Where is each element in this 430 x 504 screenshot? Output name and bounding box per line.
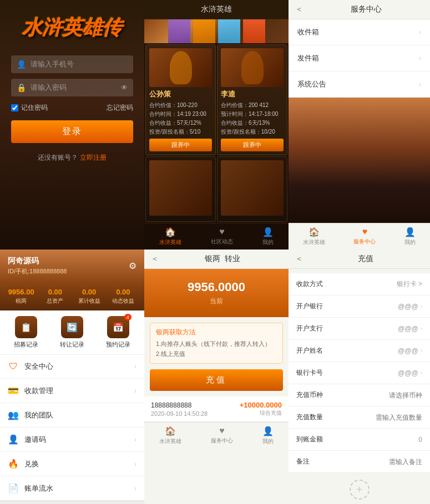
- password-input[interactable]: [31, 83, 117, 91]
- personal-bottom-nav: 🏠 水浒英雄 ♥ 服务中心 👤 我的: [0, 501, 144, 504]
- service-item-outbox[interactable]: 发件箱 ›: [289, 45, 430, 72]
- form-row-branch[interactable]: 开户支行 @@@ ›: [289, 318, 430, 340]
- menu-invite[interactable]: 👤 邀请码 ›: [0, 427, 144, 452]
- service-item-announcement[interactable]: 系统公告 ›: [289, 72, 430, 98]
- gear-button[interactable]: ⚙: [129, 261, 136, 271]
- bank-service-icon: ♥: [219, 426, 225, 436]
- game-nav-profile[interactable]: 👤 我的: [262, 227, 274, 246]
- form-label-name: 开户姓名: [296, 346, 323, 355]
- menu-team[interactable]: 👥 我的团队: [0, 403, 144, 427]
- game-nav-community[interactable]: ♥ 社区动态: [211, 227, 233, 246]
- bank-amount: 9956.0000: [155, 280, 277, 294]
- action-recruit[interactable]: 📋 招募记录: [6, 316, 47, 349]
- heart-icon: ♥: [219, 227, 225, 237]
- bank-panel: ＜ 银两 转业 9956.0000 当前 银两获取方法 1.向推存人账头（线下付…: [144, 250, 289, 504]
- personal-menu: 🛡 安全中心 › 💳 收款管理 › 👥 我的团队 👤 邀请码 › 🔥 兑换 › …: [0, 355, 144, 501]
- service-header-title: 服务中心: [308, 4, 423, 14]
- menu-security[interactable]: 🛡 安全中心 ›: [0, 355, 144, 379]
- personal-panel: 阿奇源码 ID/手机:18888888888 ⚙ 9956.00 税两 0.00…: [0, 250, 144, 504]
- payment-icon: 💳: [8, 385, 19, 396]
- user-icon: 👤: [17, 60, 26, 69]
- stat-label-1: 总资产: [39, 297, 70, 305]
- register-link[interactable]: 立即注册: [80, 154, 107, 161]
- phone-input-wrap: 👤: [11, 55, 133, 73]
- form-label-arrival: 到账金额: [296, 435, 323, 444]
- form-value-name: @@@ ›: [398, 347, 422, 355]
- security-label: 安全中心: [24, 362, 129, 371]
- recharge-panel: ＜ 充值 收款方式 银行卡 > 开户银行 @@@ › 开户支行 @@@ › 开户…: [289, 250, 430, 504]
- service-nav-home[interactable]: 🏠 水浒英雄: [303, 227, 325, 246]
- game-nav-home[interactable]: 🏠 水浒英雄: [159, 227, 181, 246]
- tx-info-0: 18888888888 2020-09-10 14:50:28: [151, 401, 208, 417]
- hero-btn-1[interactable]: 跟养中: [221, 139, 284, 151]
- service-announcement-label: 系统公告: [297, 79, 326, 89]
- action-transfer[interactable]: 🔄 转让记录: [52, 316, 93, 349]
- menu-bill[interactable]: 📄 账单流水 ›: [0, 476, 144, 501]
- form-row-payment[interactable]: 收款方式 银行卡 >: [289, 273, 430, 296]
- bank-nav-service[interactable]: ♥ 服务中心: [211, 426, 233, 445]
- stat-label-2: 累计收益: [74, 297, 105, 305]
- character-4: [243, 19, 265, 43]
- eye-icon[interactable]: 👁: [121, 84, 128, 91]
- service-item-inbox[interactable]: 收件箱 ›: [289, 19, 430, 45]
- remember-checkbox[interactable]: [11, 104, 18, 111]
- password-input-wrap: 🔒 👁: [11, 79, 133, 96]
- form-row-currency[interactable]: 充值币种: [289, 384, 430, 406]
- form-value-branch: @@@ ›: [398, 325, 422, 333]
- game-cards: 公孙策 合约价值：100-220 合约时间：14:19 23:00 合约收益：5…: [144, 43, 289, 223]
- remark-input[interactable]: [339, 458, 422, 466]
- service-nav-service[interactable]: ♥ 服务中心: [353, 227, 376, 246]
- tx-date-0: 2020-09-10 14:50:28: [151, 410, 208, 417]
- add-image-btn[interactable]: +: [350, 480, 370, 500]
- menu-payment[interactable]: 💳 收款管理 ›: [0, 379, 144, 403]
- recharge-back-btn[interactable]: ＜: [295, 254, 303, 264]
- bank-back-btn[interactable]: ＜: [151, 254, 159, 264]
- bank-header: ＜ 银两 转业: [144, 250, 289, 269]
- invite-label: 邀请码: [24, 435, 129, 445]
- form-row-remark[interactable]: 备注: [289, 451, 430, 473]
- tx-amount-0: +10000.0000: [240, 401, 282, 409]
- hero-image-1: [221, 48, 284, 87]
- exchange-label: 兑换: [24, 459, 129, 469]
- bank-nav-mine[interactable]: 👤 我的: [262, 426, 274, 445]
- form-label-quantity: 充值数量: [296, 413, 323, 422]
- service-home-icon: 🏠: [308, 227, 320, 237]
- service-back-btn[interactable]: ＜: [295, 4, 303, 14]
- game-panel: 水浒英雄 公孙策 合约价值：100-220 合约时间：14:19 23:00 合…: [144, 0, 289, 250]
- form-row-quantity[interactable]: 充值数量: [289, 406, 430, 429]
- login-button[interactable]: 登录: [11, 120, 133, 143]
- hero-btn-0[interactable]: 跟养中: [149, 139, 212, 151]
- service-nav-profile[interactable]: 👤 我的: [404, 227, 416, 246]
- menu-exchange[interactable]: 🔥 兑换 ›: [0, 452, 144, 476]
- remember-wrap[interactable]: 记住密码: [11, 103, 48, 113]
- login-form: 👤 🔒 👁 记住密码 忘记密码 登录 还没有账号？ 立即注册: [11, 55, 133, 162]
- form-row-bank[interactable]: 开户银行 @@@ ›: [289, 296, 430, 318]
- game-bottom-nav: 🏠 水浒英雄 ♥ 社区动态 👤 我的: [144, 223, 289, 250]
- game-header: 水浒英雄: [144, 0, 289, 19]
- stat-label-3: 动态收益: [108, 297, 139, 305]
- invite-arrow: ›: [134, 436, 136, 444]
- service-background: [289, 98, 430, 223]
- bank-recharge-btn[interactable]: 充值: [150, 369, 283, 391]
- login-options: 记住密码 忘记密码: [11, 103, 133, 113]
- form-row-cardno[interactable]: 银行卡号 @@@ ›: [289, 362, 430, 384]
- exchange-arrow: ›: [134, 460, 136, 468]
- game-nav-home-label: 水浒英雄: [159, 238, 181, 246]
- appointment-label: 预约记录: [106, 340, 130, 349]
- forget-link[interactable]: 忘记密码: [107, 103, 133, 113]
- lock-icon: 🔒: [17, 83, 26, 92]
- service-outbox-arrow: ›: [419, 54, 421, 62]
- character-1: [168, 19, 190, 43]
- action-appointment[interactable]: 📅 4 预约记录: [97, 316, 139, 349]
- phone-input[interactable]: [31, 60, 128, 68]
- stat-val-0: 9956.00: [6, 288, 37, 296]
- currency-input[interactable]: [339, 391, 422, 399]
- user-nav-icon: 👤: [262, 227, 274, 237]
- hero-name-1: 李逵: [221, 89, 284, 99]
- bill-label: 账单流水: [24, 483, 129, 493]
- login-panel: 水浒英雄传 👤 🔒 👁 记住密码 忘记密码 登录 还没有账号？ 立即注册: [0, 0, 144, 250]
- bank-nav-home[interactable]: 🏠 水浒英雄: [159, 426, 181, 445]
- stat-item-2: 0.00 累计收益: [74, 288, 105, 305]
- form-row-name[interactable]: 开户姓名 @@@ ›: [289, 340, 430, 362]
- quantity-input[interactable]: [339, 414, 422, 421]
